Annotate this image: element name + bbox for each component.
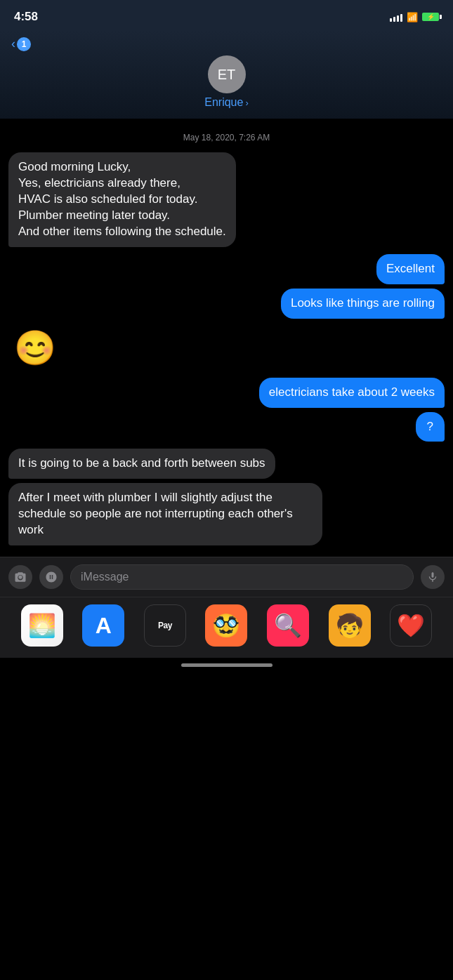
back-badge: 1 [17, 37, 31, 51]
dock-applepay[interactable]: Pay [144, 604, 186, 647]
status-icons: 📶 ⚡ [390, 12, 439, 22]
nav-top: ‹ 1 [11, 37, 442, 51]
dock-photos[interactable]: 🌅 [21, 604, 63, 647]
message-row: Looks like things are rolling [8, 289, 445, 319]
svg-point-0 [18, 576, 22, 579]
status-bar: 4:58 📶 ⚡ [0, 0, 453, 31]
dock-appstore[interactable]: A [82, 604, 124, 647]
audio-icon [426, 571, 439, 583]
contact-name[interactable]: Enrique › [204, 96, 249, 109]
bubble-sent: Looks like things are rolling [281, 289, 445, 319]
dock-health[interactable]: ❤️ [390, 604, 432, 647]
dock-memoji[interactable]: 🥸 [205, 604, 247, 647]
bubble-sent: electricians take about 2 weeks [259, 378, 445, 408]
message-row: 😊 [8, 323, 445, 373]
bubble-received: It is going to be a back and forth betwe… [8, 449, 275, 479]
bubble-sent: ? [416, 412, 445, 442]
emoji-message: 😊 [14, 329, 56, 368]
message-row: ? [8, 412, 445, 442]
camera-icon [14, 571, 27, 583]
dock: 🌅 A Pay 🥸 🔍 🧒 ❤️ [0, 597, 453, 658]
home-indicator [0, 658, 453, 675]
message-row: Excellent [8, 254, 445, 284]
back-chevron-icon: ‹ [11, 37, 15, 51]
message-row: It is going to be a back and forth betwe… [8, 449, 445, 479]
input-bar: iMessage [0, 557, 453, 597]
input-placeholder: iMessage [81, 571, 129, 583]
chevron-right-icon: › [245, 98, 248, 108]
message-row: After I meet with plumber I will slightl… [8, 483, 445, 545]
dock-search[interactable]: 🔍 [267, 604, 309, 647]
messages-area: May 18, 2020, 7:26 AM Good morning Lucky… [0, 119, 453, 557]
avatar: ET [208, 55, 246, 93]
bubble-received: Good morning Lucky, Yes, electricians al… [8, 152, 236, 247]
nav-header: ‹ 1 ET Enrique › [0, 31, 453, 119]
audio-button[interactable] [421, 565, 445, 589]
imessage-input[interactable]: iMessage [70, 564, 414, 590]
message-row: electricians take about 2 weeks [8, 378, 445, 408]
bubble-sent: Excellent [376, 254, 445, 284]
appstore-button[interactable] [39, 565, 63, 589]
wifi-icon: 📶 [407, 12, 418, 22]
dock-avatar2[interactable]: 🧒 [329, 604, 371, 647]
back-button[interactable]: ‹ 1 [11, 37, 31, 51]
appstore-icon [45, 571, 58, 583]
camera-button[interactable] [8, 565, 32, 589]
nav-center: ET Enrique › [11, 55, 442, 109]
status-time: 4:58 [14, 10, 38, 24]
date-divider: May 18, 2020, 7:26 AM [8, 133, 445, 143]
message-row: Good morning Lucky, Yes, electricians al… [8, 152, 445, 247]
home-bar [181, 663, 273, 667]
signal-icon [390, 12, 402, 22]
battery-icon: ⚡ [422, 13, 439, 21]
bubble-received: After I meet with plumber I will slightl… [8, 483, 322, 545]
